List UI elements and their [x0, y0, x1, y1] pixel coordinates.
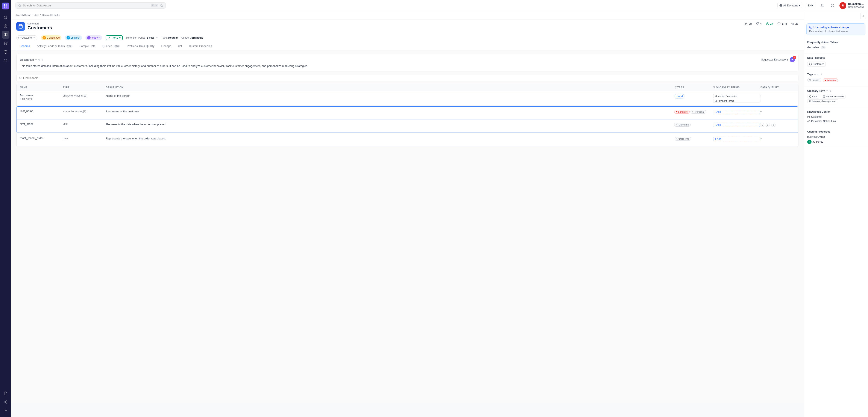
glossary-panel-audit[interactable]: Audit	[807, 95, 819, 98]
add-glossary-last-button[interactable]: + Add	[713, 110, 760, 114]
tags-filter-icon[interactable]: ▽	[675, 86, 677, 89]
tab-lineage[interactable]: Lineage	[158, 42, 175, 50]
right-panel: ‹› Upcoming schema change Deprecation of…	[804, 11, 868, 417]
tab-profiler[interactable]: Profiler & Data Quality	[123, 42, 158, 50]
time-stat: 17.8	[777, 22, 787, 25]
svg-point-11	[4, 402, 5, 403]
desc-copy-icon[interactable]: ⧉	[38, 58, 40, 61]
main-content: RedshiftProd / dev / Demo dbt Jaffle	[11, 11, 804, 417]
data-product-customer[interactable]: Customer	[807, 62, 826, 67]
sensitive-panel-dot	[825, 80, 826, 81]
collapse-panel-button[interactable]: ‹›	[860, 13, 866, 19]
notifications-button[interactable]	[819, 2, 826, 9]
thumbs-down-stat[interactable]: 4	[756, 22, 762, 25]
tab-dbt[interactable]: dbt	[175, 42, 185, 50]
svg-point-13	[6, 403, 7, 404]
domain-selector[interactable]: All Domains ▾	[777, 3, 802, 8]
meta-row: Customer ✏ C Collate Joe S shailesh T te…	[16, 33, 799, 42]
sidebar-govern-icon[interactable]	[2, 48, 9, 56]
sidebar-docs-icon[interactable]	[2, 389, 9, 397]
custom-props-title: Custom Properties	[807, 130, 865, 133]
views-stat[interactable]: 27	[766, 22, 773, 25]
desc-edit-icon[interactable]: ✏	[35, 58, 37, 61]
tab-activity[interactable]: Activity Feeds & Tasks 234	[33, 42, 76, 50]
app-logo[interactable]	[2, 3, 9, 9]
owner-chip-shailesh[interactable]: S shailesh	[65, 35, 82, 40]
col-quality-recent: --	[761, 136, 795, 140]
tag-personal-last[interactable]: Personal	[690, 110, 706, 114]
glossary-chip-payment[interactable]: Payment Terms	[713, 99, 761, 103]
add-tag-first-button[interactable]: + Add	[675, 94, 684, 98]
search-shortcut: ⌘ ×	[151, 4, 158, 7]
sidebar-settings-icon[interactable]	[2, 57, 9, 64]
tab-schema[interactable]: Schema	[16, 42, 33, 50]
add-glossary-recent-button[interactable]: + Add	[713, 137, 761, 141]
field-display-first: First Name	[20, 97, 63, 100]
language-selector[interactable]: EN ▾	[806, 3, 815, 8]
panel-toggle: ‹›	[804, 11, 868, 21]
tab-sample[interactable]: Sample Data	[76, 42, 99, 50]
sidebar-workflow-icon[interactable]	[2, 398, 9, 406]
tag-sensitive-last[interactable]: Sensitive	[674, 110, 690, 114]
search-submit-icon[interactable]	[160, 4, 163, 7]
col-type-forder: date	[63, 122, 106, 126]
search-bar[interactable]: ⌘ ×	[16, 2, 166, 8]
domain-label: All Domains	[783, 4, 798, 7]
owner-chip-teddy[interactable]: T teddy ✏	[86, 35, 102, 40]
thumbs-up-stat[interactable]: 28	[745, 22, 752, 25]
breadcrumb-item-1[interactable]: dev	[35, 14, 39, 17]
tags-share-icon[interactable]: ⇪	[820, 73, 823, 76]
tab-queries[interactable]: Queries 260	[99, 42, 123, 50]
panel-tag-sensitive[interactable]: Sensitive	[823, 78, 838, 83]
svg-line-20	[162, 6, 163, 7]
glossary-title: Glossary Term	[807, 90, 825, 92]
quality-icons-forder: 1 1 0	[760, 123, 775, 127]
col-glossary-forder: + Add	[713, 122, 760, 127]
panel-tag-person[interactable]: Person	[807, 78, 821, 82]
sidebar-explore-icon[interactable]	[2, 22, 9, 30]
owner-chip-collate[interactable]: C Collate Joe	[41, 35, 61, 40]
suggested-descriptions-button[interactable]: Suggested Descriptions ✦ 4	[761, 57, 795, 62]
owner-edit-icon[interactable]: ✏	[98, 36, 100, 39]
sidebar-search-icon[interactable]	[2, 14, 9, 22]
breadcrumb-item-0[interactable]: RedshiftProd	[16, 14, 31, 17]
stars-stat[interactable]: 28	[792, 22, 799, 25]
panel-tags: Tags ✏ ⧉ ⇪ Person Sensitive	[804, 70, 868, 87]
glossary-filter-icon[interactable]: ▽	[713, 86, 715, 89]
tags-copy-icon[interactable]: ⧉	[817, 73, 819, 76]
sidebar-insights-icon[interactable]	[2, 39, 9, 47]
add-glossary-forder-button[interactable]: + Add	[713, 123, 760, 127]
field-name-recent: most_recent_order	[20, 136, 63, 140]
sidebar-catalog-icon[interactable]	[2, 31, 9, 39]
tags-edit-icon[interactable]: ✏	[814, 73, 816, 76]
table-search-input[interactable]	[23, 76, 796, 79]
page-header: customers Customers 28	[11, 20, 804, 51]
svg-point-25	[19, 25, 23, 26]
retention-edit-icon[interactable]: ✏	[156, 36, 158, 39]
col-tags-first: + Add	[675, 94, 713, 98]
table-search[interactable]	[16, 75, 799, 81]
help-button[interactable]	[829, 2, 836, 9]
tier-edit-icon[interactable]: ✏	[119, 36, 121, 39]
search-input[interactable]	[23, 4, 149, 7]
sidebar-exit-icon[interactable]	[2, 407, 9, 414]
user-profile[interactable]: R Rounakpre... Data Steward	[839, 2, 864, 9]
svg-marker-28	[792, 23, 794, 25]
desc-share-icon[interactable]: ⇪	[41, 58, 43, 61]
kc-customer-link[interactable]: Customer	[811, 116, 822, 119]
glossary-panel-inventory[interactable]: Inventory Management	[807, 99, 838, 103]
glossary-copy-icon[interactable]: ⧉	[830, 90, 831, 92]
tag-datetime-recent[interactable]: DateTime	[675, 137, 691, 141]
tab-custom[interactable]: Custom Properties	[185, 42, 216, 50]
domain-edit-icon[interactable]: ✏	[33, 36, 35, 39]
glossary-chip-invoice[interactable]: Invoice Processing	[713, 94, 761, 98]
kc-notion-link[interactable]: Customer Notion Link	[811, 120, 836, 123]
joined-table-link[interactable]: dev.orders	[807, 46, 819, 49]
tag-datetime-forder[interactable]: DateTime	[674, 123, 691, 127]
tier-badge[interactable]: Tier 1 ✏	[105, 35, 123, 40]
svg-rect-2	[4, 6, 5, 8]
domain-tag[interactable]: Customer ✏	[16, 35, 37, 40]
glossary-edit-icon[interactable]: ✏	[826, 90, 828, 92]
schema-change-alert[interactable]: Upcoming schema change Deprecation of co…	[806, 23, 865, 35]
glossary-panel-market[interactable]: Market Research	[821, 95, 846, 98]
